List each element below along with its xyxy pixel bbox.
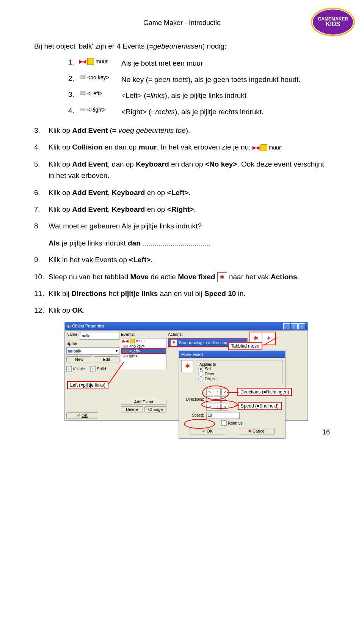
- step-num-11: 11.: [34, 288, 49, 299]
- event-item-right[interactable]: ⌨ight>: [121, 354, 166, 359]
- mf-ok-button[interactable]: ✔ OK: [190, 428, 225, 434]
- e3-pre: <Left> (: [121, 91, 146, 99]
- event-item-left[interactable]: ⌨<Left>: [121, 349, 166, 354]
- event-text-3: <Left> (=links), als je pijltje links in…: [121, 90, 330, 101]
- s10-b3: Actions: [271, 273, 297, 281]
- solid-checkbox[interactable]: ✓Solid: [90, 366, 106, 371]
- object-properties-window: ◐ Object Properties _ □ × Name: balk Spr…: [64, 322, 308, 421]
- mf-speed-input[interactable]: 10: [206, 412, 240, 419]
- edit-button[interactable]: Edit: [94, 356, 119, 362]
- window-title: ◐ Object Properties: [67, 324, 104, 329]
- fill-dots: ..................................: [141, 239, 211, 247]
- step-4: 4. Klik op Collision en dan op muur. In …: [34, 142, 330, 153]
- e4-pre: <Right> (: [121, 108, 151, 116]
- logo-line2: KIDS: [326, 21, 340, 27]
- mf-radio-self[interactable]: Self: [198, 367, 280, 371]
- minimize-button[interactable]: _: [283, 323, 290, 329]
- annotation-oval-ok: [184, 419, 215, 429]
- s6-p2: ,: [108, 189, 112, 197]
- s11-p4: in.: [236, 290, 245, 297]
- event-row-1: 1. ▶◀ muur Als je botst met een muur: [68, 58, 330, 69]
- page-header-title: Game Maker - Introductie: [34, 19, 330, 27]
- e4-post: ), als je pijltje rechts indrukt.: [175, 108, 264, 116]
- s4-p1: Klik op: [49, 143, 72, 151]
- move-fixed-action-icon: ✱: [170, 339, 177, 346]
- sprite-dropdown[interactable]: balk ▾: [66, 347, 119, 355]
- step-num-9: 9.: [34, 254, 49, 266]
- s12-b1: OK: [72, 306, 83, 314]
- name-input[interactable]: balk: [80, 332, 119, 340]
- visible-checkbox[interactable]: ✓Visible: [66, 366, 85, 371]
- events-listbox[interactable]: ▶◀muur ⌨<no key> ⌨<Left> ⌨ight>: [121, 338, 166, 369]
- mf-speed-label: Speed:: [181, 413, 204, 417]
- mf-applies-to-label: Applies to: [198, 362, 217, 367]
- s3-p2: (=: [108, 126, 118, 134]
- event-num-3: 3.: [68, 90, 80, 99]
- new-button[interactable]: New: [66, 356, 92, 362]
- step-num-6: 6.: [34, 187, 49, 198]
- s4-icon-label: muur: [269, 143, 281, 152]
- annotation-oval-directions: [202, 386, 229, 400]
- s7-b3: <Right>: [167, 205, 194, 213]
- s5-b1: Add Event: [72, 160, 108, 168]
- event-text-1: Als je botst met een muur: [121, 58, 330, 69]
- s6-b2: Keyboard: [112, 189, 145, 197]
- event-num-4: 4.: [68, 107, 80, 115]
- s10-b2: Move fixed: [178, 273, 215, 281]
- s11-p2: het: [107, 290, 121, 297]
- collision-icon: ▶◀: [80, 58, 86, 65]
- intro-prefix: Bij het object 'balk' zijn er 4 Events (: [34, 42, 149, 50]
- s10-p3: naar het vak: [229, 273, 271, 281]
- s10-p1: Sleep nu van het tabblad: [49, 273, 130, 281]
- s6-b3: <Left>: [167, 189, 189, 197]
- s10-p2: de actie: [149, 273, 178, 281]
- s8-text: Wat moet er gebeuren Als je pijltje link…: [49, 220, 330, 232]
- mf-cancel-button[interactable]: ✖ Cancel: [239, 428, 275, 434]
- s5-b3: <No key>: [205, 160, 237, 168]
- s11-p1: Klik bij: [49, 290, 71, 297]
- event-row-2: 2. ⌨ <no key> No key (= geen toets), als…: [68, 74, 330, 85]
- delete-button[interactable]: Delete: [121, 406, 143, 412]
- mf-directions-label: Directions:: [181, 397, 204, 401]
- callout-tabblad-move: Tabblad move: [228, 342, 262, 350]
- annotation-line-speed: [235, 405, 239, 406]
- step-3: 3. Klik op Add Event (= voeg gebeurtenis…: [34, 125, 330, 136]
- s4-b2: muur: [139, 143, 157, 151]
- step-12: 12. Klik op OK.: [34, 305, 330, 316]
- annotation-line-directions: [227, 392, 238, 393]
- object-ok-button[interactable]: ✔ OK: [66, 412, 98, 419]
- fill-in-line: Als je pijltje links indrukt dan .......…: [49, 238, 330, 249]
- muur-sprite-icon: [260, 144, 267, 151]
- event-row-4: 4. ⌨ <Right> <Right> (=rechts), als je p…: [68, 107, 330, 118]
- close-button[interactable]: ×: [298, 323, 305, 329]
- s9-p2: .: [151, 256, 152, 264]
- s7-b1: Add Event: [72, 205, 108, 213]
- s7-p1: Klik op: [49, 205, 72, 213]
- collision-icon: ▶◀: [253, 145, 259, 151]
- muur-sprite-icon: [87, 58, 94, 65]
- intro-suffix: ) nodig:: [202, 42, 226, 50]
- event-num-1: 1.: [68, 58, 80, 66]
- mf-relative-checkbox[interactable]: Relative: [221, 420, 243, 426]
- s11-p3: aan en vul bij: [158, 290, 204, 297]
- callout-speed: Speed (=Snelheid): [238, 402, 282, 410]
- s3-i1: voeg gebeurtenis toe: [118, 126, 185, 134]
- event-item-muur[interactable]: ▶◀muur: [121, 338, 166, 344]
- titlebar: ◐ Object Properties _ □ ×: [65, 322, 308, 330]
- s12-p2: .: [83, 306, 85, 314]
- s11-b2: pijltje links: [121, 290, 158, 297]
- e3-post: ), als je pijltje links indrukt: [165, 91, 246, 99]
- event-item-nokey[interactable]: ⌨<no key>: [121, 344, 166, 349]
- mf-radio-object[interactable]: Object:: [198, 376, 280, 381]
- maximize-button[interactable]: □: [291, 323, 298, 329]
- s6-p4: .: [189, 189, 191, 197]
- actions-label: Actions:: [168, 332, 248, 337]
- s3-b1: Add Event: [72, 126, 108, 134]
- s7-p4: .: [194, 205, 196, 213]
- e3-italic: =links: [146, 91, 165, 99]
- callout-directions: Directions (=Richtingen): [237, 388, 292, 396]
- add-event-button[interactable]: Add Event: [121, 399, 166, 405]
- change-button[interactable]: Change: [144, 406, 166, 412]
- mf-radio-other[interactable]: Other: [198, 371, 280, 376]
- s12-p1: Klik op: [49, 306, 72, 314]
